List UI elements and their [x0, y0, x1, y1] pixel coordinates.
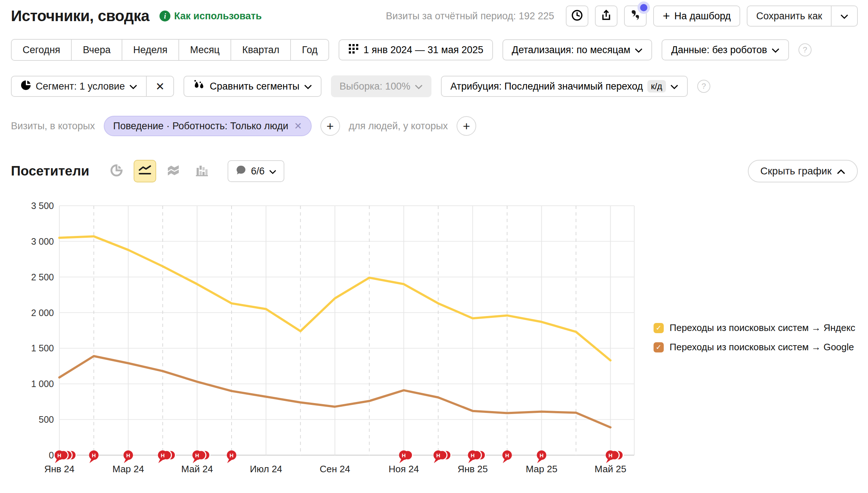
- history-button[interactable]: [566, 5, 588, 27]
- preset-year[interactable]: Год: [290, 40, 328, 60]
- add-to-dashboard-button[interactable]: + На дашборд: [653, 5, 740, 27]
- add-visit-filter-button[interactable]: +: [320, 116, 340, 136]
- svg-text:Янв 24: Янв 24: [44, 464, 74, 474]
- header: Источники, сводка i Как использовать Виз…: [11, 4, 858, 28]
- visits-filter-label: Визиты, в которых: [11, 121, 95, 132]
- svg-text:Н: Н: [436, 452, 440, 458]
- detail-granularity-button[interactable]: Детализация: по месяцам: [502, 39, 652, 60]
- svg-text:Н: Н: [608, 452, 612, 458]
- svg-text:3 000: 3 000: [31, 236, 54, 246]
- svg-text:Май 25: Май 25: [595, 464, 626, 474]
- add-to-dashboard-label: На дашборд: [674, 11, 731, 22]
- help-question-icon[interactable]: ?: [697, 80, 710, 93]
- segment-clear-button[interactable]: ✕: [147, 76, 173, 96]
- svg-text:Н: Н: [195, 452, 199, 458]
- save-as-button[interactable]: Сохранить как: [747, 6, 831, 26]
- checkbox-checked-icon[interactable]: ✓: [654, 323, 664, 333]
- svg-text:2 000: 2 000: [31, 308, 54, 318]
- export-button[interactable]: [595, 5, 618, 27]
- svg-text:Н: Н: [505, 452, 509, 458]
- preset-month[interactable]: Месяц: [178, 40, 230, 60]
- sampling-button[interactable]: Выборка: 100%: [331, 75, 431, 97]
- people-filter-label: для людей, у которых: [349, 121, 448, 132]
- chevron-down-icon: [670, 81, 678, 92]
- legend-label-google: Переходы из поисковых систем → Google: [670, 342, 854, 353]
- svg-text:Н: Н: [471, 452, 475, 458]
- legend-item-google[interactable]: ✓ Переходы из поисковых систем → Google: [654, 342, 855, 353]
- info-icon: i: [159, 11, 170, 21]
- robots-filter-chip[interactable]: Поведение · Роботность: Только люди ✕: [104, 116, 312, 136]
- attribution-label: Атрибуция: Последний значимый переход: [450, 81, 643, 92]
- svg-text:500: 500: [39, 414, 54, 425]
- chart-header: Посетители 6/6: [11, 159, 858, 183]
- chart-type-area-button[interactable]: [162, 160, 185, 182]
- robots-filter-chip-label: Поведение · Роботность: Только люди: [113, 121, 288, 132]
- hide-chart-button[interactable]: Скрыть график: [748, 160, 858, 182]
- chart-type-pie-button[interactable]: [105, 160, 128, 182]
- sampling-label: Выборка: 100%: [340, 81, 410, 92]
- comments-button[interactable]: [624, 5, 647, 27]
- header-actions: Визиты за отчётный период: 192 225: [386, 5, 858, 27]
- legend-label-yandex: Переходы из поисковых систем → Яндекс: [670, 322, 855, 334]
- svg-text:1 000: 1 000: [31, 379, 54, 389]
- svg-text:Мар 24: Мар 24: [113, 464, 144, 474]
- chart-title: Посетители: [11, 163, 89, 179]
- save-as-label: Сохранить как: [756, 11, 822, 22]
- close-icon: ✕: [155, 80, 165, 93]
- chevron-down-icon: [772, 44, 780, 56]
- compare-segments-button[interactable]: Сравнить сегменты: [184, 76, 321, 97]
- stacked-area-icon: [166, 164, 180, 178]
- svg-text:Июл 24: Июл 24: [250, 464, 282, 474]
- page-title: Источники, сводка: [11, 7, 149, 25]
- svg-text:3 500: 3 500: [31, 201, 54, 211]
- preset-week[interactable]: Неделя: [122, 40, 178, 60]
- chevron-up-icon: [837, 165, 845, 177]
- notes-count-label: 6/6: [251, 166, 265, 177]
- date-range-button[interactable]: 1 янв 2024 — 31 мая 2025: [339, 39, 493, 60]
- svg-text:Н: Н: [540, 452, 544, 458]
- chevron-down-icon: [840, 11, 848, 22]
- svg-text:2 500: 2 500: [31, 272, 54, 282]
- help-question-icon[interactable]: ?: [798, 43, 812, 56]
- data-mode-label: Данные: без роботов: [671, 44, 767, 56]
- preset-quarter[interactable]: Квартал: [230, 40, 290, 60]
- legend-item-yandex[interactable]: ✓ Переходы из поисковых систем → Яндекс: [654, 322, 855, 334]
- svg-text:Н: Н: [126, 452, 130, 458]
- pie-chart-icon: [110, 164, 123, 178]
- chart-type-line-button[interactable]: [134, 160, 156, 182]
- chevron-down-icon: [635, 44, 643, 56]
- metrica-sources-summary-page: Источники, сводка i Как использовать Виз…: [0, 0, 868, 493]
- close-icon[interactable]: ✕: [294, 121, 302, 132]
- svg-text:Ноя 24: Ноя 24: [388, 464, 419, 474]
- svg-text:1 500: 1 500: [31, 343, 54, 353]
- svg-text:Н: Н: [230, 452, 234, 458]
- checkbox-checked-icon[interactable]: ✓: [654, 342, 664, 352]
- chart-legend: ✓ Переходы из поисковых систем → Яндекс …: [654, 322, 855, 353]
- attribution-model-badge: к/д: [647, 80, 666, 92]
- svg-text:Н: Н: [161, 452, 165, 458]
- chevron-down-icon: [415, 81, 423, 92]
- column-chart-icon: [195, 164, 208, 178]
- segment-split-button: Сегмент: 1 условие ✕: [11, 76, 174, 97]
- svg-text:Мар 25: Мар 25: [526, 464, 557, 474]
- data-mode-button[interactable]: Данные: без роботов: [662, 39, 789, 60]
- hide-chart-label: Скрыть график: [760, 165, 832, 177]
- preset-today[interactable]: Сегодня: [12, 40, 71, 60]
- how-to-use-link[interactable]: i Как использовать: [159, 11, 262, 22]
- segment-button[interactable]: Сегмент: 1 условие: [12, 76, 146, 96]
- share-export-icon: [600, 9, 612, 23]
- add-people-filter-button[interactable]: +: [457, 116, 476, 136]
- svg-text:Н: Н: [402, 452, 406, 458]
- notes-button[interactable]: 6/6: [228, 160, 284, 182]
- save-as-menu-button[interactable]: [832, 6, 857, 26]
- attribution-button[interactable]: Атрибуция: Последний значимый переход к/…: [441, 76, 688, 97]
- chart-type-columns-button[interactable]: [190, 160, 213, 182]
- visits-period-note: Визиты за отчётный период: 192 225: [386, 11, 554, 22]
- pie-segment-icon: [20, 80, 31, 93]
- chevron-down-icon: [269, 166, 276, 177]
- detail-label: Детализация: по месяцам: [512, 44, 631, 56]
- filter-bar: Визиты, в которых Поведение · Роботность…: [11, 116, 476, 136]
- notification-dot: [640, 4, 647, 11]
- chevron-down-icon: [304, 81, 312, 92]
- preset-yesterday[interactable]: Вчера: [71, 40, 121, 60]
